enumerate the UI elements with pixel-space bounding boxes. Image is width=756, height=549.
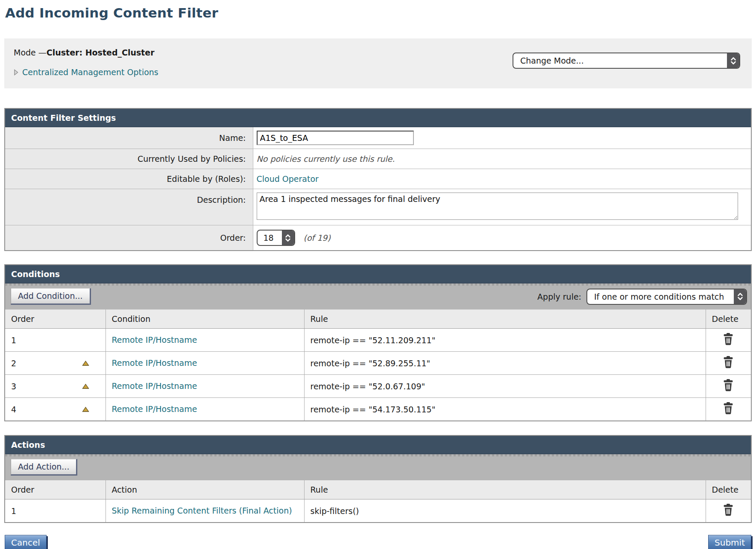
actions-header: Actions [5,436,751,454]
settings-row-order: Order: 18 (of 19) [5,225,751,251]
select-spinner-icon[interactable] [727,53,739,68]
cancel-button[interactable]: Cancel [5,535,47,549]
apply-rule-select[interactable]: If one or more conditions match [586,289,747,305]
apply-rule-selected-value: If one or more conditions match [587,289,734,304]
conditions-panel: Conditions Add Condition... Apply rule: … [4,264,752,421]
description-label: Description: [5,189,253,225]
content-filter-settings-panel: Content Filter Settings Name: Currently … [4,108,752,251]
mode-panel: Mode —Cluster: Hosted_Cluster Centralize… [4,38,752,88]
condition-order: 4 [11,405,16,414]
roles-label: Editable by (Roles): [5,169,253,189]
delete-trash-icon[interactable] [723,504,734,516]
settings-row-roles: Editable by (Roles): Cloud Operator [5,169,751,189]
actions-table: Order Action Rule Delete 1 Skip Remainin… [5,480,751,522]
conditions-col-rule: Rule [304,310,706,329]
cloud-operator-link[interactable]: Cloud Operator [257,174,319,184]
condition-order: 3 [11,382,16,391]
conditions-table: Order Condition Rule Delete 1 Remote IP/… [5,310,751,421]
delete-trash-icon[interactable] [723,379,734,391]
add-action-button[interactable]: Add Action... [11,459,77,476]
condition-link[interactable]: Remote IP/Hostname [112,404,197,414]
select-spinner-icon[interactable] [734,289,746,304]
condition-row: 4 Remote IP/Hostname remote-ip == "54.17… [5,398,751,421]
actions-col-delete: Delete [706,480,751,499]
mode-value: Cluster: Hosted_Cluster [47,48,155,57]
action-order: 1 [5,499,105,523]
conditions-toolbar: Add Condition... Apply rule: If one or m… [5,283,751,310]
condition-link[interactable]: Remote IP/Hostname [112,381,197,391]
delete-trash-icon[interactable] [723,402,734,415]
actions-col-action: Action [105,480,304,499]
condition-rule: remote-ip == "52.11.209.211" [304,329,706,352]
condition-row: 3 Remote IP/Hostname remote-ip == "52.0.… [5,375,751,398]
order-label: Order: [5,225,253,251]
actions-panel: Actions Add Action... Order Action Rule … [4,435,752,523]
conditions-col-condition: Condition [105,310,304,329]
condition-order: 2 [11,359,16,368]
conditions-header: Conditions [5,265,751,283]
delete-trash-icon[interactable] [723,356,734,368]
policies-value: No policies currently use this rule. [257,154,395,164]
apply-rule-label: Apply rule: [537,292,581,301]
actions-toolbar: Add Action... [5,454,751,480]
condition-order: 1 [5,329,105,352]
expander-triangle-icon[interactable] [14,69,18,76]
conditions-col-delete: Delete [706,310,751,329]
add-condition-button[interactable]: Add Condition... [11,288,91,305]
move-up-icon[interactable] [82,360,89,366]
description-textarea[interactable]: Area 1 inspected messages for final deli… [257,193,738,220]
move-up-icon[interactable] [82,383,89,389]
centralized-management-options-link[interactable]: Centralized Management Options [22,67,158,77]
content-filter-settings-header: Content Filter Settings [5,109,751,127]
change-mode-select[interactable]: Change Mode... [513,53,740,69]
name-label: Name: [5,127,253,149]
change-mode-selected-value: Change Mode... [513,53,727,68]
page: Add Incoming Content Filter Mode —Cluste… [0,0,756,549]
select-spinner-icon[interactable] [282,231,294,245]
footer: Cancel Submit [4,535,752,549]
settings-row-name: Name: [5,127,751,149]
settings-row-description: Description: Area 1 inspected messages f… [5,189,751,225]
action-row: 1 Skip Remaining Content Filters (Final … [5,499,751,523]
actions-col-rule: Rule [304,480,706,499]
actions-col-order: Order [5,480,105,499]
policies-label: Currently Used by Policies: [5,149,253,169]
order-selected-value: 18 [258,231,282,245]
condition-rule: remote-ip == "52.89.255.11" [304,352,706,375]
move-up-icon[interactable] [82,406,89,412]
condition-rule: remote-ip == "54.173.50.115" [304,398,706,421]
condition-link[interactable]: Remote IP/Hostname [112,335,197,345]
mode-label: Mode — [14,48,47,57]
condition-row: 1 Remote IP/Hostname remote-ip == "52.11… [5,329,751,352]
condition-row: 2 Remote IP/Hostname remote-ip == "52.89… [5,352,751,375]
conditions-col-order: Order [5,310,105,329]
condition-rule: remote-ip == "52.0.67.109" [304,375,706,398]
order-total-note: (of 19) [304,233,331,242]
delete-trash-icon[interactable] [723,333,734,345]
submit-button[interactable]: Submit [708,535,751,549]
settings-row-policies: Currently Used by Policies: No policies … [5,149,751,169]
name-input[interactable] [257,131,414,145]
condition-link[interactable]: Remote IP/Hostname [112,358,197,368]
settings-table: Name: Currently Used by Policies: No pol… [5,127,751,250]
action-rule: skip-filters() [304,499,706,523]
order-select[interactable]: 18 [257,230,295,246]
page-title: Add Incoming Content Filter [4,3,752,20]
action-link[interactable]: Skip Remaining Content Filters (Final Ac… [112,506,292,515]
